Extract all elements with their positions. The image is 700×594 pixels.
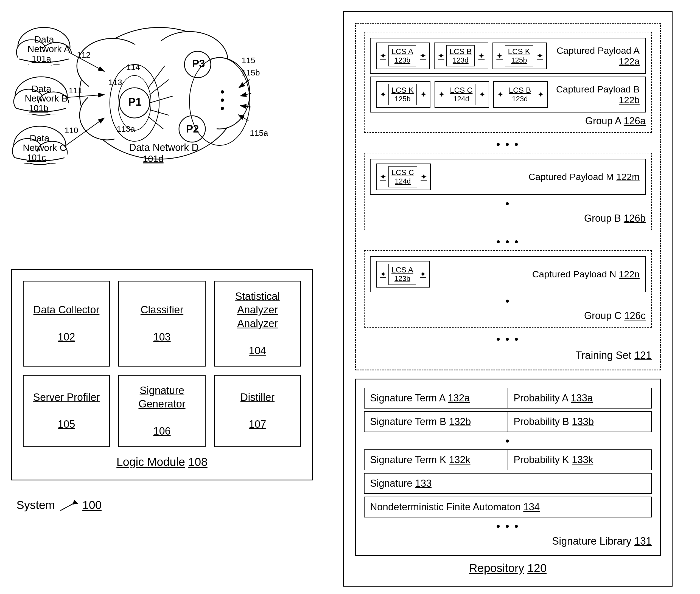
svg-point-62	[221, 107, 224, 110]
captured-payload-n-row: ✦ LCS A 123b ✦ Captured Payload N 122n	[370, 256, 646, 292]
svg-text:101a: 101a	[32, 54, 51, 64]
network-diagram: Data Network A 101a Data Network B 101b	[11, 11, 313, 258]
module-server-profiler-label: Server Profiler	[33, 391, 100, 404]
module-stat-analyzer: Statistical Analyzer Analyzer 104	[214, 281, 301, 367]
module-stat-analyzer-ref: 104	[249, 344, 266, 358]
sig-term-k: Signature Term K 132k	[364, 450, 508, 470]
left-panel: Data Network A 101a Data Network B 101b	[11, 11, 327, 583]
captured-payload-m-title: Captured Payload M 122m	[435, 171, 640, 182]
sig-lib-dots: • • •	[364, 520, 652, 532]
prob-a: Probability A 133a	[508, 388, 651, 408]
group-a-title: Group A 126a	[370, 115, 646, 127]
module-data-collector-ref: 102	[58, 330, 75, 344]
module-sig-gen-label: Signature Generator	[125, 384, 199, 411]
captured-payload-b-row: ✦ LCS K 125b ✦ ✦ LCS C 124d	[370, 76, 646, 112]
svg-text:P2: P2	[186, 123, 199, 135]
signature-row: Signature 133	[364, 473, 652, 494]
lcs-a-box-1: ✦ LCS A 123b ✦	[376, 42, 430, 69]
repository-title: Repository 120	[355, 562, 661, 575]
prob-k: Probability K 133k	[508, 450, 651, 470]
group-c-box: ✦ LCS A 123b ✦ Captured Payload N 122n •	[364, 250, 652, 328]
captured-payload-a-row: ✦ LCS A 123b ✦ ✦ LCS B 1	[370, 38, 646, 74]
svg-text:113: 113	[108, 78, 122, 87]
signature-library-section: Signature Term A 132a Probability A 133a…	[355, 378, 661, 556]
module-sig-gen-ref: 106	[153, 424, 170, 438]
dots-within-group-c: •	[370, 295, 646, 307]
prob-b: Probability B 133b	[508, 412, 651, 432]
svg-text:Network B: Network B	[25, 93, 68, 103]
module-classifier: Classifier 103	[118, 281, 205, 367]
network-b-cloud: Data Network B 101b	[14, 77, 69, 115]
group-b-title: Group B 126b	[370, 212, 646, 224]
lcs-b-box-2: ✦ LCS B 123d ✦	[493, 81, 548, 108]
svg-marker-65	[73, 500, 78, 504]
module-classifier-label: Classifier	[140, 303, 183, 317]
system-label: System 100	[17, 497, 327, 513]
svg-text:115b: 115b	[242, 68, 260, 77]
svg-text:101d: 101d	[143, 153, 164, 164]
module-server-profiler: Server Profiler 105	[23, 375, 110, 447]
svg-text:Data Network D: Data Network D	[129, 142, 199, 153]
right-panel: ✦ LCS A 123b ✦ ✦ LCS B 1	[343, 11, 673, 583]
dots-training-bottom: • • •	[364, 333, 652, 345]
svg-text:Network A: Network A	[27, 44, 70, 54]
training-set-title: Training Set 121	[364, 350, 652, 361]
lcs-c-box-1: ✦ LCS C 124d ✦	[435, 81, 489, 108]
svg-point-60	[221, 90, 224, 94]
sig-row-k: Signature Term K 132k Probability K 133k	[364, 450, 652, 470]
dots-between-groups-1: • • •	[364, 138, 652, 151]
svg-text:115: 115	[242, 56, 255, 65]
svg-text:111: 111	[69, 86, 82, 95]
svg-text:101b: 101b	[29, 103, 48, 113]
captured-payload-n-title: Captured Payload N 122n	[434, 269, 640, 279]
group-a-box: ✦ LCS A 123b ✦ ✦ LCS B 1	[364, 32, 652, 133]
sig-dots: •	[364, 435, 652, 447]
module-data-collector: Data Collector 102	[23, 281, 110, 367]
module-classifier-ref: 103	[153, 330, 170, 344]
sig-row-b: Signature Term B 132b Probability B 133b	[364, 411, 652, 432]
logic-module-title: Logic Module 108	[23, 456, 301, 469]
network-d-cloud: Data Network D 101d	[77, 27, 250, 164]
group-b-box: ✦ LCS C 124d ✦ Captured Payload M 122m •	[364, 153, 652, 230]
lcs-c-box-2: ✦ LCS C 124d ✦	[376, 164, 431, 190]
svg-text:Data: Data	[34, 34, 54, 44]
module-distiller: Distiller 107	[214, 375, 301, 447]
network-c-cloud: Data Network C 101c	[12, 126, 67, 165]
module-sig-gen: Signature Generator 106	[118, 375, 205, 447]
sig-row-a: Signature Term A 132a Probability A 133a	[364, 388, 652, 408]
captured-payload-a-title: Captured Payload A 122a	[551, 45, 640, 67]
svg-text:101c: 101c	[27, 153, 46, 162]
module-distiller-label: Distiller	[241, 391, 275, 404]
sig-term-a: Signature Term A 132a	[364, 388, 508, 408]
svg-text:113a: 113a	[117, 124, 135, 133]
lcs-k-box-1: ✦ LCS K 125b ✦	[492, 42, 547, 69]
nfa-row: Nondeterministic Finite Automaton 134	[364, 497, 652, 518]
captured-payload-m-row: ✦ LCS C 124d ✦ Captured Payload M 122m	[370, 159, 646, 195]
repository-box: ✦ LCS A 123b ✦ ✦ LCS B 1	[343, 11, 673, 587]
svg-text:110: 110	[65, 126, 78, 135]
svg-text:115a: 115a	[250, 128, 268, 137]
module-data-collector-label: Data Collector	[33, 303, 100, 317]
logic-module-box: Data Collector 102 Classifier 103 Statis…	[11, 269, 313, 481]
module-distiller-ref: 107	[249, 418, 266, 431]
dots-between-groups-2: • • •	[364, 236, 652, 248]
svg-text:P3: P3	[192, 58, 205, 69]
group-c-title: Group C 126c	[370, 310, 646, 322]
svg-text:114: 114	[126, 63, 140, 72]
lcs-a-box-2: ✦ LCS A 123b ✦	[376, 261, 430, 288]
module-stat-analyzer-label: Statistical Analyzer	[220, 290, 295, 317]
lcs-k-box-2: ✦ LCS K 125b ✦	[376, 81, 431, 108]
svg-text:112: 112	[77, 50, 91, 59]
svg-text:Data: Data	[32, 84, 51, 94]
training-set-box: ✦ LCS A 123b ✦ ✦ LCS B 1	[355, 23, 661, 370]
sig-term-b: Signature Term B 132b	[364, 412, 508, 432]
lcs-b-box-1: ✦ LCS B 123d ✦	[434, 42, 488, 69]
dots-within-group-b: •	[370, 198, 646, 210]
svg-point-61	[221, 99, 224, 102]
network-a-cloud: Data Network A 101a	[17, 27, 73, 67]
logic-module-grid: Data Collector 102 Classifier 103 Statis…	[23, 281, 301, 447]
svg-text:Data: Data	[30, 133, 50, 143]
svg-text:P1: P1	[128, 96, 141, 108]
captured-payload-b-title: Captured Payload B 122b	[552, 84, 640, 105]
svg-text:Network C: Network C	[23, 142, 66, 153]
